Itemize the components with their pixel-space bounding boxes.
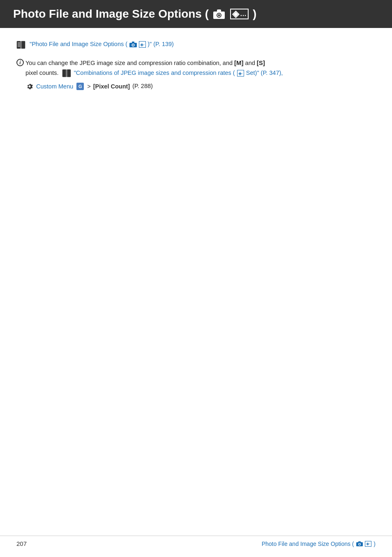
ref-link-row: "Photo File and Image Size Options ( ◈· … bbox=[16, 39, 376, 49]
ref-link-1[interactable]: "Photo File and Image Size Options ( ◈· … bbox=[30, 41, 174, 48]
note-bold-s: [S] bbox=[257, 59, 265, 66]
footer-title-area: Photo File and Image Size Options ( ◈· ) bbox=[262, 541, 376, 547]
note-text-part2: and bbox=[245, 60, 257, 66]
pixel-count-link[interactable]: [Pixel Count] bbox=[93, 83, 130, 90]
ref-link-2[interactable]: "Combinations of JPEG image sizes and co… bbox=[74, 70, 283, 76]
pixel-count-text: [Pixel Count] bbox=[93, 83, 130, 90]
header-banner: Photo File and Image Size Options ( ◈… ) bbox=[0, 0, 392, 28]
footer-title-text: Photo File and Image Size Options ( bbox=[262, 541, 354, 547]
footer-camera-icon bbox=[356, 541, 363, 546]
badge-g: G bbox=[76, 83, 84, 90]
note-text-part1: You can change the JPEG image size and c… bbox=[25, 60, 234, 66]
ref-link-2-suffix: Set)" (P. 347), bbox=[246, 70, 283, 76]
arrow-gt: > bbox=[87, 83, 90, 90]
page-footer: 207 Photo File and Image Size Options ( … bbox=[0, 536, 392, 547]
svg-rect-18 bbox=[66, 70, 67, 77]
svg-rect-6 bbox=[21, 41, 25, 49]
header-compress-icon: ◈… bbox=[230, 9, 249, 19]
svg-rect-20 bbox=[358, 541, 361, 543]
svg-point-15 bbox=[132, 44, 134, 46]
note-content: You can change the JPEG image size and c… bbox=[25, 58, 283, 78]
note-row: i You can change the JPEG image size and… bbox=[16, 58, 376, 78]
note-pixel-counts-text: pixel counts. bbox=[25, 70, 60, 76]
header-camera-icon bbox=[213, 9, 225, 19]
ref-link-1-open-quote: "Photo File and Image Size Options ( bbox=[30, 41, 127, 47]
footer-compress-icon: ◈· bbox=[365, 541, 372, 547]
page-container: Photo File and Image Size Options ( ◈… ) bbox=[0, 0, 392, 557]
ref-compress-icon-inline: ◈· bbox=[237, 70, 244, 77]
svg-rect-13 bbox=[132, 42, 134, 43]
reference-book-icon bbox=[16, 39, 25, 49]
svg-rect-16 bbox=[62, 70, 66, 77]
header-title-text: Photo File and Image Size Options ( bbox=[13, 7, 209, 21]
ref-link-camera-icon bbox=[129, 42, 137, 47]
svg-rect-1 bbox=[217, 9, 221, 12]
svg-rect-7 bbox=[20, 41, 22, 49]
gear-icon bbox=[25, 82, 34, 91]
header-title: Photo File and Image Size Options ( ◈… ) bbox=[13, 7, 379, 21]
ref-icon-2 bbox=[62, 69, 71, 77]
gear-menu-row: Custom Menu G > [Pixel Count] (P. 288) bbox=[16, 81, 376, 91]
svg-rect-5 bbox=[17, 41, 21, 49]
footer-title-suffix: ) bbox=[374, 541, 376, 547]
ref-link-compress-inline: ◈· bbox=[139, 41, 146, 48]
ref-link-2-text: "Combinations of JPEG image sizes and co… bbox=[74, 70, 235, 76]
ref-link-1-close: )" (P. 139) bbox=[148, 41, 174, 47]
footer-page-number: 207 bbox=[16, 540, 27, 547]
note-info-icon: i bbox=[16, 59, 24, 66]
custom-menu-label: Custom Menu bbox=[36, 83, 73, 90]
content-area: "Photo File and Image Size Options ( ◈· … bbox=[0, 39, 392, 557]
svg-point-22 bbox=[359, 543, 360, 545]
svg-point-4 bbox=[218, 14, 220, 16]
pixel-page-ref: (P. 288) bbox=[132, 81, 153, 91]
svg-rect-17 bbox=[67, 70, 71, 77]
header-title-suffix: ) bbox=[253, 7, 256, 21]
note-bold-m: [M] bbox=[234, 59, 244, 66]
